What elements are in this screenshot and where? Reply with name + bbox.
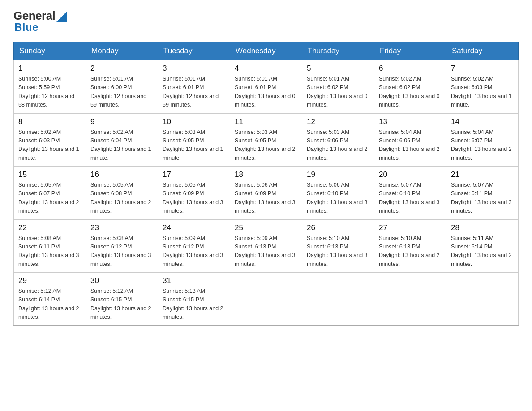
calendar-week-row: 15Sunrise: 5:05 AMSunset: 6:07 PMDayligh… [14,167,519,220]
day-info: Sunrise: 5:02 AMSunset: 6:03 PMDaylight:… [18,128,81,163]
day-number: 31 [163,276,225,285]
day-info: Sunrise: 5:08 AMSunset: 6:12 PMDaylight:… [90,234,153,269]
day-number: 2 [90,64,153,73]
calendar-cell: 12Sunrise: 5:03 AMSunset: 6:06 PMDayligh… [302,113,374,167]
day-info: Sunrise: 5:01 AMSunset: 6:01 PMDaylight:… [235,75,297,110]
calendar-header-row: SundayMondayTuesdayWednesdayThursdayFrid… [14,42,519,60]
calendar-cell [374,273,446,326]
col-header-wednesday: Wednesday [230,42,302,60]
calendar-cell: 15Sunrise: 5:05 AMSunset: 6:07 PMDayligh… [14,167,86,220]
day-number: 8 [18,117,81,126]
calendar-cell: 8Sunrise: 5:02 AMSunset: 6:03 PMDaylight… [14,113,86,167]
calendar-cell: 6Sunrise: 5:02 AMSunset: 6:02 PMDaylight… [374,60,446,114]
calendar-table: SundayMondayTuesdayWednesdayThursdayFrid… [13,42,519,326]
calendar-cell: 27Sunrise: 5:10 AMSunset: 6:13 PMDayligh… [374,219,446,273]
day-number: 30 [90,276,153,285]
day-info: Sunrise: 5:05 AMSunset: 6:07 PMDaylight:… [18,181,81,216]
day-info: Sunrise: 5:08 AMSunset: 6:11 PMDaylight:… [18,234,81,269]
day-info: Sunrise: 5:05 AMSunset: 6:08 PMDaylight:… [90,181,153,216]
day-info: Sunrise: 5:10 AMSunset: 6:13 PMDaylight:… [307,234,369,269]
day-number: 13 [379,117,442,126]
day-number: 25 [235,223,297,232]
calendar-cell: 14Sunrise: 5:04 AMSunset: 6:07 PMDayligh… [446,113,519,167]
day-number: 3 [163,64,225,73]
calendar-cell: 3Sunrise: 5:01 AMSunset: 6:01 PMDaylight… [158,60,230,114]
day-info: Sunrise: 5:09 AMSunset: 6:13 PMDaylight:… [235,234,297,269]
day-number: 23 [90,223,153,232]
day-number: 11 [235,117,297,126]
day-number: 24 [163,223,225,232]
day-number: 27 [379,223,442,232]
day-number: 7 [451,64,514,73]
calendar-cell: 24Sunrise: 5:09 AMSunset: 6:12 PMDayligh… [158,219,230,273]
logo-blue-text: Blue [14,21,39,34]
day-number: 4 [235,64,297,73]
day-number: 6 [379,64,442,73]
day-info: Sunrise: 5:01 AMSunset: 6:00 PMDaylight:… [90,75,153,110]
day-info: Sunrise: 5:09 AMSunset: 6:12 PMDaylight:… [163,234,225,269]
day-info: Sunrise: 5:13 AMSunset: 6:15 PMDaylight:… [163,287,225,322]
day-number: 17 [163,170,225,179]
calendar-cell: 16Sunrise: 5:05 AMSunset: 6:08 PMDayligh… [86,167,158,220]
calendar-cell: 29Sunrise: 5:12 AMSunset: 6:14 PMDayligh… [14,273,86,326]
day-info: Sunrise: 5:06 AMSunset: 6:09 PMDaylight:… [235,181,297,216]
calendar-cell: 30Sunrise: 5:12 AMSunset: 6:15 PMDayligh… [86,273,158,326]
calendar-cell [302,273,374,326]
day-number: 21 [451,170,514,179]
day-info: Sunrise: 5:05 AMSunset: 6:09 PMDaylight:… [163,181,225,216]
calendar-cell: 31Sunrise: 5:13 AMSunset: 6:15 PMDayligh… [158,273,230,326]
day-info: Sunrise: 5:00 AMSunset: 5:59 PMDaylight:… [18,75,81,110]
calendar-cell: 22Sunrise: 5:08 AMSunset: 6:11 PMDayligh… [14,219,86,273]
day-number: 28 [451,223,514,232]
day-number: 26 [307,223,369,232]
page-header: General Blue [13,9,519,34]
day-info: Sunrise: 5:02 AMSunset: 6:02 PMDaylight:… [379,75,442,110]
day-number: 29 [18,276,81,285]
day-number: 20 [379,170,442,179]
calendar-cell: 1Sunrise: 5:00 AMSunset: 5:59 PMDaylight… [14,60,86,114]
calendar-cell: 23Sunrise: 5:08 AMSunset: 6:12 PMDayligh… [86,219,158,273]
calendar-week-row: 8Sunrise: 5:02 AMSunset: 6:03 PMDaylight… [14,113,519,167]
calendar-cell [446,273,519,326]
calendar-cell: 25Sunrise: 5:09 AMSunset: 6:13 PMDayligh… [230,219,302,273]
calendar-cell: 28Sunrise: 5:11 AMSunset: 6:14 PMDayligh… [446,219,519,273]
day-info: Sunrise: 5:11 AMSunset: 6:14 PMDaylight:… [451,234,514,269]
day-info: Sunrise: 5:03 AMSunset: 6:05 PMDaylight:… [235,128,297,163]
day-info: Sunrise: 5:04 AMSunset: 6:06 PMDaylight:… [379,128,442,163]
logo: General Blue [13,9,67,34]
day-number: 18 [235,170,297,179]
col-header-sunday: Sunday [14,42,86,60]
calendar-cell: 5Sunrise: 5:01 AMSunset: 6:02 PMDaylight… [302,60,374,114]
logo-triangle-icon [56,9,67,22]
calendar-cell: 7Sunrise: 5:02 AMSunset: 6:03 PMDaylight… [446,60,519,114]
day-number: 10 [163,117,225,126]
col-header-thursday: Thursday [302,42,374,60]
calendar-cell: 17Sunrise: 5:05 AMSunset: 6:09 PMDayligh… [158,167,230,220]
calendar-cell: 20Sunrise: 5:07 AMSunset: 6:10 PMDayligh… [374,167,446,220]
svg-marker-0 [56,11,67,22]
day-info: Sunrise: 5:07 AMSunset: 6:11 PMDaylight:… [451,181,514,216]
day-info: Sunrise: 5:07 AMSunset: 6:10 PMDaylight:… [379,181,442,216]
calendar-cell: 11Sunrise: 5:03 AMSunset: 6:05 PMDayligh… [230,113,302,167]
col-header-tuesday: Tuesday [158,42,230,60]
day-info: Sunrise: 5:02 AMSunset: 6:04 PMDaylight:… [90,128,153,163]
calendar-cell: 2Sunrise: 5:01 AMSunset: 6:00 PMDaylight… [86,60,158,114]
day-info: Sunrise: 5:06 AMSunset: 6:10 PMDaylight:… [307,181,369,216]
day-number: 16 [90,170,153,179]
day-info: Sunrise: 5:12 AMSunset: 6:15 PMDaylight:… [90,287,153,322]
calendar-cell: 4Sunrise: 5:01 AMSunset: 6:01 PMDaylight… [230,60,302,114]
calendar-week-row: 22Sunrise: 5:08 AMSunset: 6:11 PMDayligh… [14,219,519,273]
calendar-cell: 13Sunrise: 5:04 AMSunset: 6:06 PMDayligh… [374,113,446,167]
calendar-week-row: 1Sunrise: 5:00 AMSunset: 5:59 PMDaylight… [14,60,519,114]
calendar-cell: 19Sunrise: 5:06 AMSunset: 6:10 PMDayligh… [302,167,374,220]
col-header-monday: Monday [86,42,158,60]
day-info: Sunrise: 5:10 AMSunset: 6:13 PMDaylight:… [379,234,442,269]
calendar-cell: 18Sunrise: 5:06 AMSunset: 6:09 PMDayligh… [230,167,302,220]
day-number: 19 [307,170,369,179]
day-info: Sunrise: 5:01 AMSunset: 6:02 PMDaylight:… [307,75,369,110]
day-number: 9 [90,117,153,126]
day-number: 22 [18,223,81,232]
day-info: Sunrise: 5:12 AMSunset: 6:14 PMDaylight:… [18,287,81,322]
col-header-saturday: Saturday [446,42,519,60]
day-info: Sunrise: 5:03 AMSunset: 6:05 PMDaylight:… [163,128,225,163]
